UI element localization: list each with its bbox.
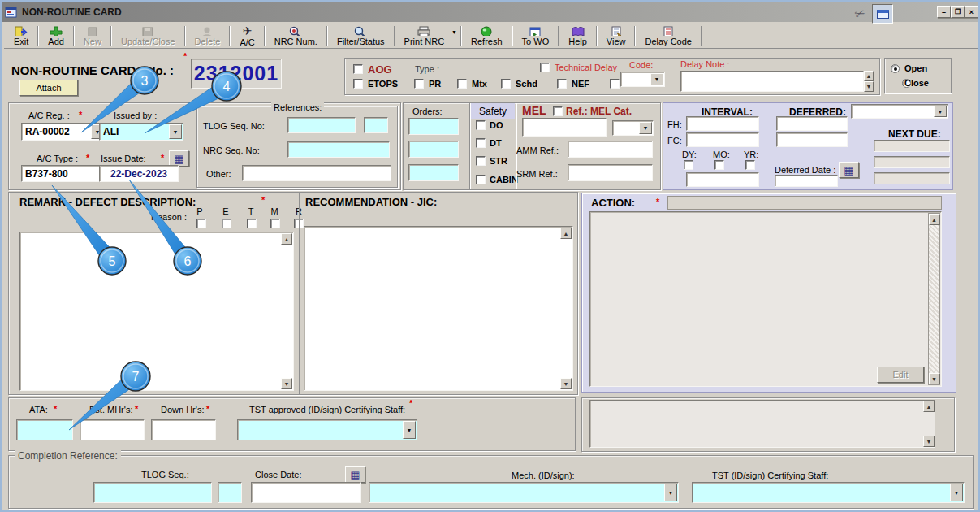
remark-textarea[interactable] — [19, 232, 294, 391]
orders-field-1[interactable] — [408, 118, 459, 135]
mel-cat-dropdown[interactable]: ▼ — [612, 120, 654, 136]
issued-by-dropdown[interactable]: ALI ▼ — [99, 123, 183, 141]
wil-checkbox[interactable] — [610, 79, 620, 89]
mech-dropdown[interactable]: ▼ — [369, 482, 679, 503]
action-note-scroll-down-icon[interactable]: ▼ — [923, 436, 935, 447]
yr-checkbox[interactable] — [745, 160, 755, 170]
fh-field[interactable] — [686, 116, 759, 131]
action-scroll-down-icon[interactable]: ▼ — [929, 373, 940, 384]
action-note-textarea[interactable] — [589, 400, 935, 448]
dy-checkbox[interactable] — [684, 160, 693, 170]
delay-note-scroll-up-icon[interactable]: ▲ — [864, 71, 874, 81]
safety-dt-checkbox[interactable] — [476, 138, 486, 148]
reason-e-checkbox[interactable] — [222, 219, 231, 228]
mel-ref-checkbox[interactable] — [553, 106, 563, 116]
safety-str-checkbox[interactable] — [476, 156, 486, 166]
toolbar-separator — [184, 26, 186, 46]
safety-cabin-checkbox[interactable] — [476, 175, 486, 184]
restore-button[interactable]: ❐ — [951, 6, 965, 18]
srm-ref-field[interactable] — [568, 164, 653, 181]
deferred-type-dropdown-arrow-icon[interactable]: ▼ — [934, 106, 947, 117]
issue-date-calendar-icon[interactable]: ▦ — [169, 150, 189, 167]
mel-field[interactable] — [522, 118, 607, 137]
plane-scissors-icon[interactable]: ✂ — [849, 4, 870, 24]
reason-m-checkbox[interactable] — [270, 219, 280, 228]
references-title: References: — [271, 102, 324, 112]
tst-approved-dropdown[interactable]: ▼ — [237, 419, 417, 440]
ata-field[interactable] — [16, 419, 73, 440]
close-button[interactable]: × — [965, 6, 978, 18]
technical-delay-checkbox[interactable] — [540, 63, 550, 72]
mtx-checkbox[interactable] — [457, 79, 467, 89]
action-textarea[interactable] — [589, 211, 942, 387]
close-date-calendar-icon[interactable]: ▦ — [345, 466, 365, 483]
issue-date-field[interactable]: 22-Dec-2023 — [99, 165, 179, 182]
remark-scroll-down-icon[interactable]: ▼ — [281, 378, 292, 389]
interval-dmy-field[interactable] — [686, 172, 759, 187]
etops-checkbox[interactable] — [353, 79, 363, 89]
to-wo-button[interactable]: To WO — [515, 25, 557, 47]
schd-checkbox[interactable] — [501, 79, 511, 89]
down-hrs-field[interactable] — [151, 419, 216, 440]
minimize-button[interactable]: – — [937, 6, 951, 18]
completion-tlog-suffix-field[interactable] — [218, 482, 242, 503]
print-dropdown-arrow-icon[interactable]: ▼ — [451, 29, 457, 35]
orders-field-2[interactable] — [408, 141, 459, 158]
delay-code-button[interactable]: Delay Code — [637, 25, 698, 47]
refresh-button[interactable]: Refresh — [464, 25, 510, 47]
completion-tlog-field[interactable] — [93, 482, 212, 503]
ac-type-field[interactable]: B737-800 — [21, 165, 109, 182]
view-button[interactable]: View — [599, 25, 633, 47]
tlog-seq-no-field[interactable] — [287, 117, 356, 133]
completion-tst-dropdown[interactable]: ▼ — [692, 482, 965, 503]
recommendation-textarea[interactable] — [304, 226, 573, 391]
amm-ref-field[interactable] — [568, 141, 653, 158]
other-field[interactable] — [242, 165, 391, 181]
close-date-field[interactable] — [251, 482, 361, 503]
action-scrollbar[interactable]: ▲ ▼ — [928, 213, 940, 385]
add-button[interactable]: Add — [41, 25, 71, 47]
help-button[interactable]: Help — [561, 25, 594, 47]
fc-field[interactable] — [686, 132, 759, 147]
safety-do-checkbox[interactable] — [476, 120, 486, 130]
action-scroll-up-icon[interactable]: ▲ — [929, 214, 940, 225]
tst-approved-dropdown-arrow-icon[interactable]: ▼ — [403, 421, 416, 439]
code-dropdown[interactable]: ▼ — [620, 72, 665, 87]
aircraft-button[interactable]: ✈ A/C — [232, 25, 261, 47]
deferred-field-2[interactable] — [776, 132, 848, 147]
pr-checkbox[interactable] — [414, 79, 424, 89]
aog-checkbox[interactable] — [353, 64, 363, 74]
exit-button[interactable]: Exit — [6, 25, 36, 47]
print-nrc-button[interactable]: Print NRC — [397, 25, 452, 47]
recommendation-scroll-up-icon[interactable]: ▲ — [560, 228, 572, 239]
reason-t-checkbox[interactable] — [247, 219, 257, 228]
deferred-field-1[interactable] — [776, 116, 848, 131]
delay-note-textarea[interactable] — [680, 71, 864, 92]
mo-checkbox[interactable] — [714, 160, 724, 170]
window-tool-icon[interactable] — [872, 4, 893, 24]
ac-reg-dropdown[interactable]: RA-00002 ▼ — [21, 123, 106, 141]
delay-note-scroll-down-icon[interactable]: ▼ — [864, 81, 874, 92]
filter-status-button[interactable]: Filter/Status — [330, 25, 392, 47]
nef-checkbox[interactable] — [557, 79, 567, 89]
tlog-seq-no-suffix-field[interactable] — [364, 117, 388, 133]
issued-by-dropdown-arrow-icon[interactable]: ▼ — [169, 124, 182, 139]
action-note-scroll-up-icon[interactable]: ▲ — [923, 401, 935, 412]
deferred-date-field[interactable] — [775, 175, 838, 187]
remark-scroll-up-icon[interactable]: ▲ — [281, 233, 292, 245]
attach-button[interactable]: Attach — [19, 80, 78, 96]
deferred-date-calendar-icon[interactable]: ▦ — [839, 162, 859, 178]
orders-field-3[interactable] — [408, 164, 459, 181]
est-mhrs-field[interactable] — [80, 419, 145, 440]
mel-cat-dropdown-arrow-icon[interactable]: ▼ — [639, 122, 652, 134]
mech-dropdown-arrow-icon[interactable]: ▼ — [664, 484, 677, 501]
code-dropdown-arrow-icon[interactable]: ▼ — [650, 73, 663, 85]
deferred-type-dropdown[interactable]: ▼ — [851, 104, 948, 119]
recommendation-scroll-down-icon[interactable]: ▼ — [560, 378, 572, 389]
open-radio[interactable] — [891, 64, 900, 73]
completion-tst-dropdown-arrow-icon[interactable]: ▼ — [950, 484, 963, 501]
reason-p-checkbox[interactable] — [196, 219, 206, 228]
safety-dt-label: DT — [490, 138, 502, 148]
nrc-seq-no-field[interactable] — [287, 141, 390, 158]
nrc-num-button[interactable]: NRC Num. — [267, 25, 325, 47]
